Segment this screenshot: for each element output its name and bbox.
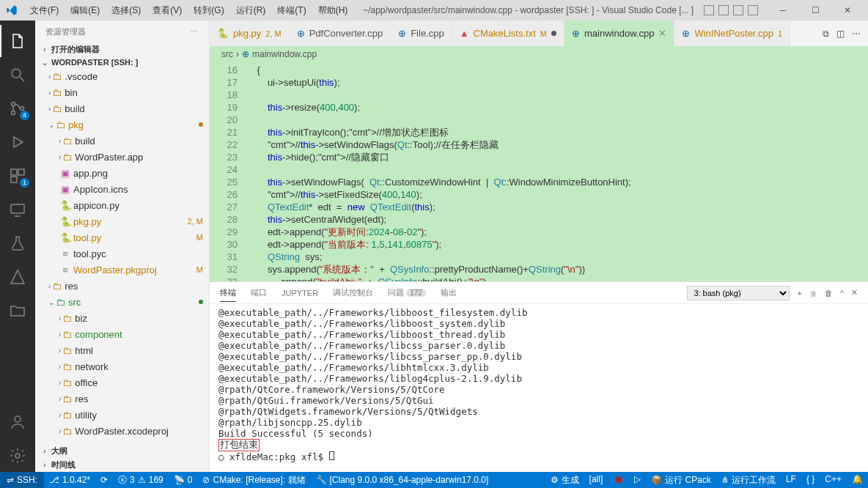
close-button[interactable]: ✕: [831, 0, 864, 21]
code-editor[interactable]: 161718192021222324252627282930313233 { u…: [210, 62, 868, 281]
menu-select[interactable]: 选择(S): [106, 2, 146, 19]
folder-network[interactable]: ›🗀network: [35, 358, 209, 374]
cmake-status[interactable]: ⊘ CMake: [Release]: 就绪: [197, 472, 310, 488]
file-appicon.py[interactable]: 🐍appicon.py: [35, 197, 209, 213]
split-editor-icon[interactable]: ◫: [836, 29, 845, 39]
breadcrumb-folder[interactable]: src: [221, 49, 233, 59]
file-tree: ›🗀.vscode›🗀bin›🗀build⌄🗀pkg›🗀build›🗀WordP…: [35, 68, 209, 444]
notifications-icon[interactable]: 🔔: [847, 474, 868, 484]
scm-badge: 4: [20, 111, 29, 120]
breadcrumb-file[interactable]: mainwindow.cpp: [252, 49, 317, 59]
build-status[interactable]: ⚙ 生成: [545, 474, 584, 487]
compare-icon[interactable]: ⧉: [823, 29, 829, 39]
file-tool.py[interactable]: 🐍tool.pyM: [35, 229, 209, 245]
tab-mainwindow.cpp[interactable]: ⊕mainwindow.cpp✕: [564, 21, 674, 46]
branch-status[interactable]: ⎇ 1.0.42*: [44, 472, 95, 488]
extensions-icon[interactable]: 1: [0, 160, 35, 192]
search-icon[interactable]: [0, 59, 35, 91]
editor-area: 🐍pkg.py2, M⊕PdfConverter.cpp⊕File.cpp▲CM…: [210, 21, 868, 472]
maximize-panel-icon[interactable]: ^: [840, 289, 844, 297]
gear-icon[interactable]: [0, 440, 35, 472]
ports-tab[interactable]: 端口: [251, 284, 267, 301]
menu-terminal[interactable]: 终端(T): [272, 2, 311, 19]
debug-console-tab[interactable]: 调试控制台: [333, 284, 373, 301]
menu-view[interactable]: 查看(V): [147, 2, 187, 19]
kill-terminal-icon[interactable]: 🗑: [825, 289, 833, 297]
language-status[interactable]: C++: [820, 474, 847, 484]
folder-component[interactable]: ›🗀component: [35, 326, 209, 342]
timeline-section[interactable]: ›时间线: [35, 458, 209, 472]
problems-tab[interactable]: 问题 172: [388, 284, 426, 301]
encoding-status[interactable]: { }: [801, 474, 820, 484]
new-terminal-icon[interactable]: +: [797, 289, 801, 297]
tab-PdfConverter.cpp[interactable]: ⊕PdfConverter.cpp: [290, 21, 391, 46]
tab-File.cpp[interactable]: ⊕File.cpp: [391, 21, 452, 46]
folder-html[interactable]: ›🗀html: [35, 342, 209, 358]
folder-build[interactable]: ›🗀build: [35, 133, 209, 149]
file-app.png[interactable]: ▣app.png: [35, 165, 209, 181]
folder-bin[interactable]: ›🗀bin: [35, 84, 209, 100]
cmake-icon[interactable]: [0, 261, 35, 293]
ports-status[interactable]: 📡 0: [169, 472, 198, 488]
terminal-output[interactable]: @executable_path/../Frameworks/libboost_…: [210, 304, 868, 472]
terminal-tab[interactable]: 终端: [220, 284, 236, 302]
file-app.qrc[interactable]: ≡app.qrc: [35, 439, 209, 444]
folder-WordPaster.xcodeproj[interactable]: ›🗀WordPaster.xcodeproj: [35, 423, 209, 439]
folder-src[interactable]: ⌄🗀src: [35, 294, 209, 310]
folder-biz[interactable]: ›🗀biz: [35, 310, 209, 326]
sync-status[interactable]: ⟳: [95, 472, 113, 488]
debug-launch[interactable]: 🐞: [608, 474, 629, 484]
close-panel-icon[interactable]: ✕: [851, 288, 858, 297]
open-editors-section[interactable]: ›打开的编辑器: [35, 42, 209, 56]
cpack-status[interactable]: 📦 运行 CPack: [646, 474, 716, 487]
menu-goto[interactable]: 转到(G): [188, 2, 229, 19]
menu-file[interactable]: 文件(F): [25, 2, 64, 19]
test-icon[interactable]: [0, 227, 35, 259]
build-target[interactable]: [all]: [584, 474, 608, 484]
explorer-title: 资源管理器: [45, 26, 86, 37]
eol-status[interactable]: LF: [781, 474, 801, 484]
folder-build[interactable]: ›🗀build: [35, 100, 209, 117]
breadcrumb[interactable]: src › ⊕ mainwindow.cpp: [210, 46, 868, 62]
menu-run[interactable]: 运行(R): [231, 2, 271, 19]
file-tool.pyc[interactable]: ≡tool.pyc: [35, 245, 209, 262]
more-icon[interactable]: ⋯: [191, 27, 199, 37]
account-icon[interactable]: [0, 406, 35, 438]
kit-status[interactable]: 🔧 [Clang 9.0.0 x86_64-apple-darwin17.0.0…: [311, 472, 494, 488]
folder-.vscode[interactable]: ›🗀.vscode: [35, 68, 209, 84]
file-AppIcon.icns[interactable]: ▣AppIcon.icns: [35, 181, 209, 197]
workspace-section[interactable]: ⌄WORDPASTER [SSH: ]: [35, 56, 209, 68]
folder-res[interactable]: ›🗀res: [35, 391, 209, 407]
tab-WinINetPoster.cpp[interactable]: ⊕WinINetPoster.cpp1: [674, 21, 790, 46]
workflow-status[interactable]: ⋔ 运行工作流: [716, 474, 781, 487]
folder-WordPaster.app[interactable]: ›🗀WordPaster.app: [35, 149, 209, 165]
problems-status[interactable]: ⓧ 3 ⚠ 169: [113, 472, 169, 488]
explorer-icon[interactable]: [0, 25, 35, 57]
file-pkg.py[interactable]: 🐍pkg.py2, M: [35, 213, 209, 229]
menu-help[interactable]: 帮助(H): [313, 2, 353, 19]
folder-utility[interactable]: ›🗀utility: [35, 407, 209, 423]
remote-status[interactable]: ⇌ SSH:: [0, 472, 44, 488]
remote-icon[interactable]: [0, 193, 35, 226]
output-tab[interactable]: 输出: [441, 284, 457, 301]
more-tabs-icon[interactable]: ⋯: [852, 29, 861, 39]
minimize-button[interactable]: ─: [767, 0, 799, 21]
file-WordPaster.pkgproj[interactable]: ≡WordPaster.pkgprojM: [35, 262, 209, 278]
split-terminal-icon[interactable]: ⫼: [809, 289, 817, 297]
folder-res[interactable]: ›🗀res: [35, 278, 209, 294]
scm-icon[interactable]: 4: [0, 92, 35, 125]
layout-toggles[interactable]: [704, 5, 758, 15]
launch[interactable]: ▷: [629, 474, 646, 484]
folder-icon[interactable]: [0, 295, 35, 327]
jupyter-tab[interactable]: JUPYTER: [282, 286, 318, 300]
folder-office[interactable]: ›🗀office: [35, 374, 209, 391]
tab-pkg.py[interactable]: 🐍pkg.py2, M: [210, 21, 290, 46]
debug-icon[interactable]: [0, 126, 35, 158]
menu-edit[interactable]: 编辑(E): [65, 2, 105, 19]
folder-pkg[interactable]: ⌄🗀pkg: [35, 117, 209, 133]
tab-CMakeLists.txt[interactable]: ▲CMakeLists.txtM: [452, 21, 564, 46]
terminal-selector[interactable]: 3: bash (pkg): [687, 286, 790, 300]
maximize-button[interactable]: ☐: [799, 0, 831, 21]
outline-section[interactable]: ›大纲: [35, 444, 209, 458]
svg-line-1: [20, 77, 24, 81]
